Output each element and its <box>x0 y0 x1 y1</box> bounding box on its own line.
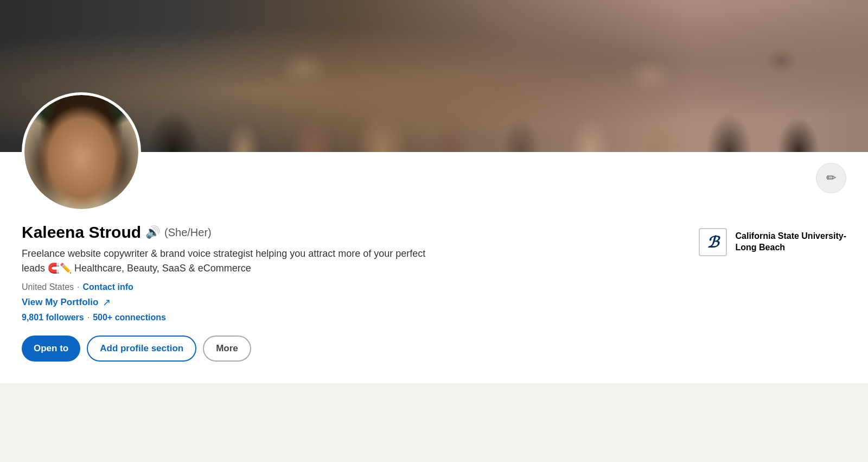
open-to-button[interactable]: Open to <box>22 336 80 362</box>
location-row: United States · Contact info <box>22 282 510 292</box>
profile-left: Kaleena Stroud 🔊 (She/Her) Freelance web… <box>22 223 510 362</box>
university-logo[interactable]: ℬ <box>699 228 727 256</box>
contact-info-link[interactable]: Contact info <box>83 282 133 292</box>
pronouns: (She/Her) <box>164 226 212 239</box>
dot-separator-2: · <box>87 313 90 322</box>
followers-link[interactable]: 9,801 followers <box>22 313 84 322</box>
external-link-icon: ↗ <box>103 296 111 308</box>
dot-separator: · <box>77 282 79 292</box>
university-name: California State University-Long Beach <box>736 231 847 254</box>
name-row: Kaleena Stroud 🔊 (She/Her) <box>22 223 510 242</box>
actions-row: Open to Add profile section More <box>22 336 510 362</box>
portfolio-link[interactable]: View My Portfolio <box>22 297 98 308</box>
add-profile-section-button[interactable]: Add profile section <box>87 336 196 362</box>
edit-profile-button[interactable]: ✏ <box>816 163 846 193</box>
avatar-image <box>24 95 138 209</box>
profile-info: Kaleena Stroud 🔊 (She/Her) Freelance web… <box>22 152 846 362</box>
portfolio-row: View My Portfolio ↗ <box>22 296 510 308</box>
connections-link[interactable]: 500+ connections <box>93 313 166 322</box>
profile-name: Kaleena Stroud <box>22 223 141 242</box>
pencil-icon: ✏ <box>826 171 836 185</box>
more-button[interactable]: More <box>203 336 251 362</box>
profile-card: ✏ Kaleena Stroud 🔊 (She/Her) Freelance w… <box>0 0 868 383</box>
profile-body: ✏ Kaleena Stroud 🔊 (She/Her) Freelance w… <box>0 152 868 383</box>
location-text: United States <box>22 282 74 292</box>
audio-icon: 🔊 <box>145 225 160 239</box>
avatar[interactable] <box>22 92 141 212</box>
connections-row: 9,801 followers · 500+ connections <box>22 313 510 322</box>
profile-headline: Freelance website copywriter & brand voi… <box>22 246 434 276</box>
profile-right: ℬ California State University-Long Beach <box>699 223 847 256</box>
